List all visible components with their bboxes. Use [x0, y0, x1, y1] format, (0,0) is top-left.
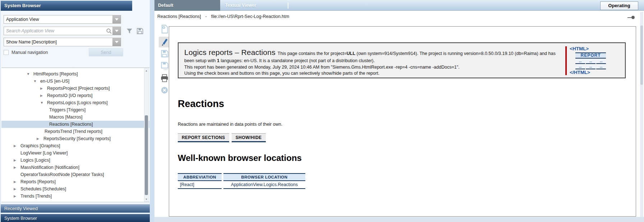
logo-cell: ...: [575, 59, 585, 64]
tree-item-label: ReportsTrend [Trend reports]: [45, 128, 102, 135]
tree-item-label: Schedules [Schedules]: [20, 185, 66, 193]
logo-table-header: REPORT: [575, 52, 606, 59]
tree-item-label: Macros [Macros]: [49, 114, 82, 121]
tree-item-label: ReportsProject [Project reports]: [47, 85, 110, 92]
system-browser-bar[interactable]: System Browser: [1, 214, 150, 222]
tree-item-label: ReportsIO [I/O reports]: [47, 92, 92, 99]
tree-item-htmlreports[interactable]: HtmlReports [Reports]: [1, 70, 149, 78]
save-icon: [161, 50, 169, 59]
chevron-down-icon[interactable]: [112, 15, 121, 23]
print-icon: [160, 74, 169, 84]
tree-item-label: Reactions [Reactions]: [49, 121, 93, 128]
report-scrollbar[interactable]: [640, 12, 643, 217]
table-row: [React] ApplicationView.Logics.Reactions: [178, 181, 305, 189]
panel-title: System Browser: [1, 1, 132, 11]
view-selector-value: Application View: [4, 15, 112, 23]
save-as-icon: [161, 61, 169, 72]
locations-table: ABBREVIATION BROWSER LOCATION [React] Ap…: [176, 173, 307, 189]
browser-location-header: BROWSER LOCATION: [223, 173, 305, 181]
name-mode-selector[interactable]: Show Name [Description]: [4, 38, 121, 46]
tree-item-reportsproject[interactable]: ReportsProject [Project reports]: [1, 85, 149, 92]
tree-item-triggers[interactable]: Triggers [Triggers]: [1, 106, 149, 114]
tree-item-reactions[interactable]: Reactions [Reactions]: [1, 121, 149, 128]
collapse-arrow-icon[interactable]: [14, 142, 20, 149]
manual-navigation-checkbox[interactable]: [4, 50, 9, 55]
send-button[interactable]: Send: [89, 48, 123, 56]
tree-item-label: Triggers [Triggers]: [49, 106, 85, 114]
tree-scrollbar[interactable]: [144, 68, 149, 202]
bottom-strip: [154, 217, 644, 222]
filter-icon[interactable]: [125, 27, 134, 35]
tree-item-label: OperatorTasksRootNode [Operator Tasks]: [20, 171, 104, 178]
tree-item-reportsio[interactable]: ReportsIO [I/O reports]: [1, 92, 149, 99]
logo-cell: ...: [586, 65, 596, 69]
logo-open-tag: <HTML>: [570, 46, 607, 52]
search-icon[interactable]: [105, 28, 112, 34]
tree-item-logviewer[interactable]: LogViewer [Log Viewer]: [1, 149, 149, 157]
browser-location-cell: ApplicationView.Logics.Reactions: [223, 181, 305, 189]
section-body: Reactions are maintained in data points …: [178, 122, 636, 127]
tab-default[interactable]: Default: [154, 0, 220, 11]
tree-item-reportstrend[interactable]: ReportsTrend [Trend reports]: [1, 128, 149, 135]
show-hide-button[interactable]: SHOW/HIDE: [232, 133, 266, 142]
tree-item-operatortasksrootnode[interactable]: OperatorTasksRootNode [Operator Tasks]: [1, 171, 149, 178]
cancel-icon: [161, 86, 168, 96]
pin-icon[interactable]: [627, 16, 635, 19]
report-info-box: Logics reports – ReactionsThis page cont…: [178, 42, 626, 78]
report-generated-line: This report has been generated on Monday…: [184, 64, 559, 71]
chevron-down-icon[interactable]: [112, 38, 121, 46]
collapse-arrow-icon[interactable]: [40, 85, 47, 92]
collapse-arrow-icon[interactable]: [14, 193, 20, 200]
tree-item-label: HtmlReports [Reports]: [33, 70, 78, 78]
tree-item-graphics[interactable]: Graphics [Graphics]: [1, 142, 149, 149]
tree-item-macros[interactable]: Macros [Macros]: [1, 114, 149, 121]
tree-item-label: Logics [Logics]: [20, 157, 50, 164]
tab-strip: Default Textual Viewer Operating: [154, 0, 644, 11]
collapse-arrow-icon[interactable]: [14, 164, 20, 171]
search-input[interactable]: [4, 28, 105, 33]
tab-textual-viewer[interactable]: Textual Viewer: [220, 0, 287, 11]
breadcrumb-path: file://en-US\Rprt-Sec-Log-Reaction.htm: [211, 14, 289, 19]
scrollbar-thumb[interactable]: [145, 115, 148, 195]
logo-cell: ...: [596, 65, 606, 69]
tree-item-en-us[interactable]: en-US [en-US]: [1, 78, 149, 85]
scrollbar-thumb[interactable]: [640, 26, 643, 85]
tree-item-logics[interactable]: Logics [Logics]: [1, 157, 149, 164]
tree-item-reportslogics[interactable]: ReportsLogics [Logics reports]: [1, 99, 149, 106]
view-selector[interactable]: Application View: [4, 15, 121, 24]
collapse-arrow-icon[interactable]: [14, 178, 20, 185]
tree-item-massnotification[interactable]: MassNotification [Notification]: [1, 164, 149, 171]
collapse-arrow-icon[interactable]: [14, 157, 20, 164]
browser-controls: Application View Show Name [Description]…: [1, 12, 149, 67]
tree-item-label: Reports [Reports]: [20, 178, 56, 185]
tree-item-reports[interactable]: Reports [Reports]: [1, 178, 149, 185]
collapse-arrow-icon[interactable]: [14, 185, 20, 193]
collapse-arrow-icon[interactable]: [37, 135, 43, 142]
recently-viewed-bar[interactable]: Recently Viewed: [1, 204, 150, 213]
tree-item-trends[interactable]: Trends [Trends]: [1, 193, 149, 200]
expand-arrow-icon[interactable]: [33, 78, 40, 85]
manual-navigation-row: Manual navigation Send: [4, 48, 147, 57]
logo-mini-table: REPORT ... ... ... ... ... ...: [575, 52, 607, 70]
subsection-title: Well-known browser locations: [178, 153, 636, 163]
save-search-icon[interactable]: [135, 27, 144, 35]
collapse-arrow-icon[interactable]: [40, 92, 47, 99]
scroll-up-icon[interactable]: [144, 69, 148, 73]
tree-item-label: Graphics [Graphics]: [20, 142, 60, 149]
expand-arrow-icon[interactable]: [27, 70, 33, 78]
abbreviation-header: ABBREVIATION: [178, 173, 222, 181]
tree-item-schedules[interactable]: Schedules [Schedules]: [1, 185, 149, 193]
report-sections-button[interactable]: REPORT SECTIONS: [178, 133, 229, 142]
operating-button[interactable]: Operating: [600, 1, 638, 10]
expand-arrow-icon[interactable]: [40, 99, 47, 106]
section-title: Reactions: [178, 98, 636, 110]
html-report-logo: <HTML> REPORT ... ... ... ... ... ...: [565, 46, 619, 78]
system-browser-tree: HtmlReports [Reports] en-US [en-US] Repo…: [1, 68, 149, 202]
search-chevron-down-icon[interactable]: [112, 27, 121, 35]
logo-cell: ...: [596, 59, 606, 64]
tree-item-reportssecurity[interactable]: ReportsSecurity [Security reports]: [1, 135, 149, 142]
edit-pen-icon: [160, 37, 169, 47]
panel-splitter[interactable]: [150, 0, 154, 222]
scroll-down-icon[interactable]: [144, 197, 148, 202]
info-segment: This page contains the for project=: [278, 51, 347, 56]
